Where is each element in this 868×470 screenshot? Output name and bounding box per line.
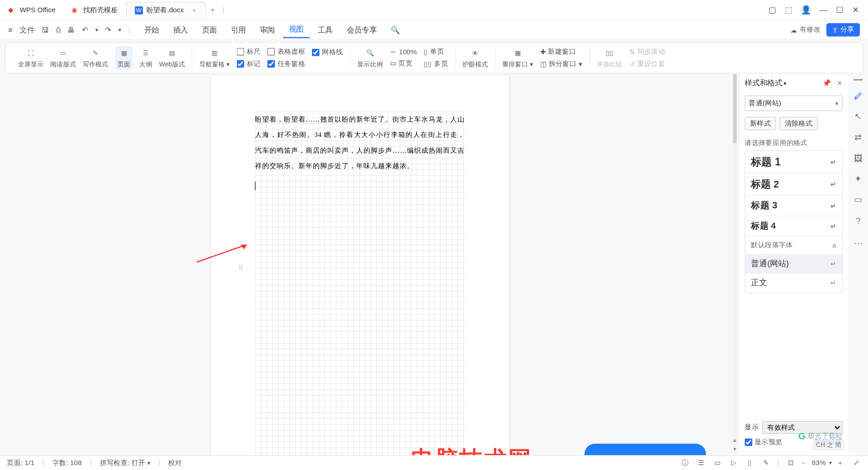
- reading-mode-button[interactable]: ▭阅读版式: [50, 47, 75, 68]
- menu-view[interactable]: 视图: [283, 22, 310, 38]
- writing-mode-button[interactable]: ✎写作模式: [83, 47, 108, 68]
- hundred-icon: ↔: [390, 48, 396, 56]
- current-style-select[interactable]: 普通(网站)▾: [745, 95, 842, 111]
- clear-format-button[interactable]: 清除格式: [779, 117, 817, 130]
- multi-page-button[interactable]: ▯▯ 多页: [424, 59, 448, 69]
- print-preview-icon[interactable]: 🖶: [67, 25, 75, 34]
- cloud-icon: ☁: [790, 26, 797, 34]
- tab-document[interactable]: W 盼望着.docx •: [126, 2, 207, 18]
- fullscreen-button[interactable]: ⛶全屏显示: [18, 47, 43, 68]
- zoom-button[interactable]: 🔍显示比例: [357, 47, 382, 68]
- hundred-percent-button[interactable]: ↔ 100%: [390, 48, 417, 56]
- wordcount-indicator[interactable]: 字数: 108: [52, 458, 82, 468]
- scroll-up-icon[interactable]: ▴: [731, 437, 738, 443]
- document-area[interactable]: 盼望着，盼望着……翘首以盼的新年近了。街市上车水马龙，人山人海，好不热闹。34 …: [0, 74, 720, 455]
- tableframe-checkbox[interactable]: 表格虚框: [268, 47, 305, 57]
- menu-tools[interactable]: 工具: [312, 22, 339, 37]
- rearrange-window-button[interactable]: ▦重排窗口 ▾: [502, 47, 533, 68]
- redo-icon[interactable]: ↷: [105, 25, 111, 34]
- style-heading4[interactable]: 标题 4↵: [745, 216, 842, 236]
- style-heading2[interactable]: 标题 2↵: [745, 174, 842, 196]
- new-tab-button[interactable]: ＋: [206, 5, 219, 15]
- collapse-sidebar-icon[interactable]: [854, 79, 863, 80]
- menu-start[interactable]: 开始: [138, 22, 165, 37]
- view-mode2-icon[interactable]: ☰: [697, 458, 706, 467]
- view-mode1-icon[interactable]: ⓘ: [680, 458, 689, 467]
- menu-reference[interactable]: 引用: [225, 22, 252, 37]
- zoom-level[interactable]: 83%: [812, 459, 826, 467]
- file-menu[interactable]: 文件: [19, 24, 34, 35]
- style-body[interactable]: 正文↵: [745, 273, 842, 292]
- status-bar: 页面: 1/1| 字数: 108| 拼写检查: 打开 ▾| 校对 ⓘ ☰ ▭ ▷…: [0, 455, 868, 470]
- marks-checkbox[interactable]: 标记: [237, 59, 260, 69]
- nav-pane-button[interactable]: ▥导航窗格 ▾: [199, 47, 230, 68]
- cube-icon[interactable]: ⬚: [785, 6, 793, 14]
- tab-modified-dot-icon: •: [191, 7, 198, 14]
- gridlines-checkbox[interactable]: 网格线: [312, 47, 343, 57]
- paragraph-text[interactable]: 盼望着，盼望着……翘首以盼的新年近了。街市上车水马龙，人山人海，好不热闹。34 …: [255, 112, 465, 174]
- pin-icon[interactable]: 📌: [822, 79, 831, 87]
- undo-icon[interactable]: ↶: [82, 25, 88, 34]
- panel-icon[interactable]: ▢: [769, 6, 777, 14]
- spellcheck-indicator[interactable]: 拼写检查: 打开 ▾: [100, 458, 150, 468]
- zoom-in-button[interactable]: ＋: [835, 458, 844, 467]
- select-icon[interactable]: ↖: [852, 110, 864, 122]
- search-icon[interactable]: 🔍: [391, 25, 400, 34]
- tab-wps-home[interactable]: ◆ WPS Office: [0, 2, 64, 18]
- menu-member[interactable]: 会员专享: [341, 22, 382, 37]
- page-width-button[interactable]: ▭ 页宽: [390, 58, 417, 68]
- window-minimize-button[interactable]: —: [819, 6, 827, 14]
- style-brush-icon[interactable]: 🖉: [852, 89, 864, 101]
- print-icon[interactable]: ⎙: [56, 25, 61, 34]
- menu-page[interactable]: 页面: [196, 22, 223, 37]
- style-default-para-font[interactable]: 默认段落字体a: [745, 236, 842, 254]
- document-page[interactable]: 盼望着，盼望着……翘首以盼的新年近了。街市上车水马龙，人山人海，好不热闹。34 …: [211, 76, 509, 455]
- view-mode3-icon[interactable]: ▭: [713, 458, 722, 467]
- view-mode4-icon[interactable]: ▷: [729, 458, 738, 467]
- style-heading1[interactable]: 标题 1↵: [745, 151, 842, 174]
- help-icon[interactable]: ?: [852, 215, 864, 226]
- style-heading3[interactable]: 标题 3↵: [745, 196, 842, 216]
- expand-icon[interactable]: ⤢: [852, 458, 861, 467]
- outline-button[interactable]: ☰大纲: [139, 47, 152, 68]
- undo-dropdown-icon[interactable]: ▾: [95, 27, 98, 33]
- hamburger-icon[interactable]: ≡: [8, 25, 13, 34]
- save-icon[interactable]: 🖫: [42, 25, 49, 34]
- view-mode5-icon[interactable]: ▯: [745, 458, 754, 467]
- settings-icon[interactable]: ⇄: [852, 132, 864, 143]
- zoom-out-button[interactable]: －: [799, 458, 808, 467]
- book-icon[interactable]: ▭: [852, 194, 864, 206]
- new-window-button[interactable]: ✚ 新建窗口: [540, 47, 582, 57]
- view-mode6-icon[interactable]: ✎: [761, 458, 770, 467]
- preview-checkbox[interactable]: 显示预览: [745, 437, 782, 447]
- paragraph-drag-handle-icon[interactable]: ⠿: [238, 264, 245, 272]
- scroll-down-icon[interactable]: ▾: [731, 446, 738, 452]
- scrollbar-thumb[interactable]: [733, 74, 737, 144]
- image-icon[interactable]: 🖼: [852, 152, 864, 164]
- tab-template[interactable]: ◉ 找稻壳模板: [64, 2, 126, 18]
- proofread-indicator[interactable]: 校对: [168, 458, 182, 468]
- ruler-checkbox[interactable]: 标尺: [237, 47, 260, 57]
- window-close-button[interactable]: ✕: [852, 6, 860, 14]
- taskpane-checkbox[interactable]: 任务窗格: [268, 59, 305, 69]
- vertical-scrollbar[interactable]: [732, 74, 737, 445]
- tools-icon[interactable]: ✦: [852, 173, 864, 185]
- fit-icon[interactable]: ⊡: [786, 458, 795, 467]
- user-avatar-icon[interactable]: 👤: [801, 5, 811, 15]
- has-change-label[interactable]: ☁有修改: [790, 25, 821, 35]
- redo-dropdown-icon[interactable]: ▾: [118, 27, 121, 33]
- web-layout-button[interactable]: ▤Web版式: [159, 47, 185, 68]
- split-window-button[interactable]: ◫ 拆分窗口 ▾: [540, 59, 582, 69]
- eye-protect-button[interactable]: 👁护眼模式: [462, 47, 488, 68]
- new-style-button[interactable]: 新样式: [745, 117, 776, 130]
- close-panel-icon[interactable]: ✕: [837, 79, 843, 87]
- window-maximize-button[interactable]: ☐: [835, 6, 844, 14]
- menu-review[interactable]: 审阅: [254, 22, 281, 37]
- page-view-button[interactable]: ▦页面: [115, 46, 132, 70]
- menu-insert[interactable]: 插入: [167, 22, 194, 37]
- style-normal-web[interactable]: 普通(网站)↵: [745, 254, 842, 273]
- single-page-button[interactable]: ▯ 单页: [424, 47, 448, 57]
- page-indicator[interactable]: 页面: 1/1: [7, 458, 34, 468]
- more-icon[interactable]: ⋯: [852, 238, 864, 249]
- share-button[interactable]: ⇪分享: [826, 23, 860, 36]
